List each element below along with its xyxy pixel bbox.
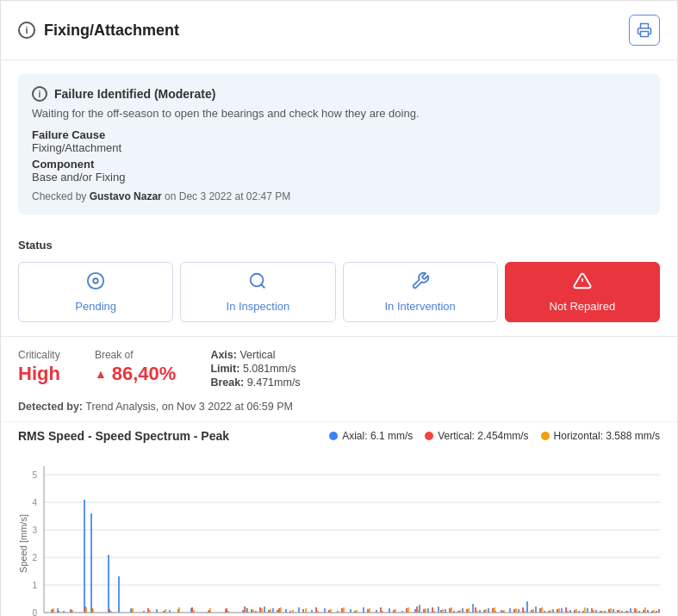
horizontal-label: Horizontal: 3.588 mm/s [554, 430, 660, 442]
svg-rect-53 [285, 609, 287, 613]
axis-value: Vertical [239, 349, 275, 361]
svg-rect-48 [246, 608, 248, 613]
break-label: Break: [210, 376, 244, 389]
svg-rect-65 [427, 608, 429, 613]
svg-rect-87 [613, 609, 614, 613]
alert-title: i Failure Identified (Moderate) [32, 86, 646, 102]
chart-wrapper: Speed [mm/s] 0 1 2 3 4 5 [18, 453, 660, 616]
svg-rect-196 [584, 607, 586, 613]
svg-rect-185 [485, 609, 487, 613]
svg-rect-64 [419, 605, 420, 613]
svg-rect-100 [147, 608, 149, 613]
failure-cause-value: Fixing/Attachment [32, 141, 121, 154]
svg-rect-80 [552, 609, 554, 613]
svg-rect-176 [407, 607, 409, 613]
axial-label: Axial: 6.1 mm/s [342, 430, 413, 442]
component-field: Component Base and/or Fixing [32, 158, 646, 184]
bar-blue [118, 576, 120, 613]
svg-rect-181 [451, 607, 452, 613]
svg-rect-128 [475, 607, 476, 613]
svg-rect-199 [610, 608, 612, 613]
svg-rect-173 [369, 608, 370, 613]
break-of-value-row: ▲ 86,40% [95, 363, 176, 385]
svg-rect-188 [515, 608, 517, 613]
status-label: Status [18, 239, 660, 252]
svg-point-3 [251, 274, 264, 287]
status-not-repaired-button[interactable]: Not Repaired [505, 262, 660, 322]
status-buttons: Pending In Inspection In Intervention [18, 262, 660, 322]
svg-rect-113 [315, 607, 317, 613]
svg-rect-117 [367, 609, 369, 613]
checker-name: Gustavo Nazar [90, 190, 162, 202]
svg-rect-78 [518, 609, 519, 613]
status-section: Status Pending In Inspection [1, 228, 677, 329]
status-in-inspection-button[interactable]: In Inspection [180, 262, 335, 322]
in-intervention-label: In Intervention [384, 300, 455, 313]
axis-group: Axis: Vertical Limit: 5.081mm/s Break: 9… [210, 349, 300, 390]
svg-text:1: 1 [32, 581, 37, 590]
break-value: 9.471mm/s [247, 376, 301, 389]
svg-rect-112 [302, 609, 304, 613]
svg-rect-108 [259, 607, 261, 613]
component-label: Component [32, 158, 646, 171]
svg-rect-74 [526, 601, 528, 613]
in-inspection-label: In Inspection [227, 300, 290, 313]
spectrum-chart: Speed [mm/s] 0 1 2 3 4 5 [18, 453, 662, 616]
svg-rect-115 [341, 608, 343, 613]
legend-vertical: Vertical: 2.454mm/s [425, 430, 528, 442]
metrics-section: Criticality High Break of ▲ 86,40% Axis:… [1, 336, 677, 397]
svg-rect-98 [109, 609, 110, 613]
triangle-icon: ▲ [95, 367, 107, 381]
break-of-group: Break of ▲ 86,40% [95, 349, 176, 385]
chart-header: RMS Speed - Speed Spectrum - Peak Axial:… [18, 429, 660, 443]
svg-rect-63 [414, 609, 416, 613]
svg-rect-202 [636, 609, 638, 613]
status-in-intervention-button[interactable]: In Intervention [343, 262, 498, 322]
header-left: i Fixing/Attachment [18, 22, 179, 40]
svg-point-1 [88, 273, 103, 289]
svg-rect-127 [466, 609, 468, 613]
svg-rect-42 [156, 609, 158, 613]
intervention-icon [411, 271, 430, 295]
y-axis-label: Speed [mm/s] [18, 514, 28, 573]
component-value: Base and/or Fixing [32, 171, 125, 184]
svg-rect-118 [380, 607, 382, 613]
page-title: Fixing/Attachment [44, 22, 179, 40]
svg-rect-138 [565, 607, 567, 613]
not-repaired-icon [573, 271, 592, 295]
inspection-icon [248, 271, 267, 295]
svg-rect-103 [191, 607, 193, 613]
page-header: i Fixing/Attachment [1, 1, 677, 60]
svg-text:5: 5 [32, 470, 37, 480]
printer-icon [637, 22, 652, 38]
horizontal-dot [541, 432, 550, 440]
svg-rect-155 [132, 608, 134, 613]
vertical-label: Vertical: 2.454mm/s [438, 430, 528, 442]
info-icon: i [18, 22, 35, 39]
axis-info: Axis: Vertical Limit: 5.081mm/s Break: 9… [210, 349, 300, 389]
svg-rect-110 [278, 608, 280, 613]
svg-rect-193 [558, 608, 560, 613]
svg-rect-175 [395, 609, 396, 613]
print-button[interactable] [629, 15, 660, 46]
break-of-label: Break of [95, 349, 176, 361]
bar-blue [108, 555, 109, 613]
svg-rect-132 [513, 609, 515, 613]
svg-text:3: 3 [32, 526, 37, 535]
svg-rect-162 [245, 607, 246, 613]
chart-legend: Axial: 6.1 mm/s Vertical: 2.454mm/s Hori… [329, 430, 660, 442]
svg-rect-190 [532, 609, 534, 613]
pending-icon [86, 271, 105, 295]
svg-rect-180 [442, 609, 444, 613]
svg-rect-143 [608, 609, 610, 613]
svg-rect-56 [324, 608, 326, 613]
status-pending-button[interactable]: Pending [18, 262, 173, 322]
svg-rect-133 [522, 607, 524, 613]
svg-rect-195 [575, 609, 577, 613]
criticality-group: Criticality High [18, 349, 60, 385]
svg-rect-67 [445, 609, 446, 613]
axial-dot [329, 432, 338, 440]
svg-rect-137 [557, 609, 558, 613]
svg-rect-120 [406, 608, 407, 613]
svg-rect-203 [644, 607, 646, 613]
